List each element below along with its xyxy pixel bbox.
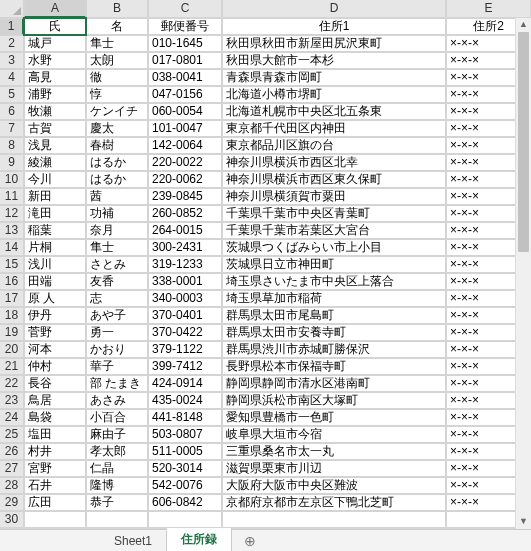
- cell-A13[interactable]: 稲葉: [24, 222, 86, 239]
- cell-D26[interactable]: 三重県桑名市太一丸: [222, 443, 446, 460]
- cell-C14[interactable]: 300-2431: [148, 239, 222, 256]
- select-all-corner[interactable]: [0, 0, 24, 18]
- cell-D2[interactable]: 秋田県秋田市新屋田尻沢東町: [222, 35, 446, 52]
- cell-D16[interactable]: 埼玉県さいたま市中央区上落合: [222, 273, 446, 290]
- scroll-down-arrow[interactable]: ▼: [516, 515, 531, 529]
- cell-D3[interactable]: 秋田県大館市一本杉: [222, 52, 446, 69]
- tab-active[interactable]: 住所録: [167, 528, 232, 551]
- cell-A27[interactable]: 宮野: [24, 460, 86, 477]
- cell-C15[interactable]: 319-1233: [148, 256, 222, 273]
- cell-B20[interactable]: かおり: [86, 341, 148, 358]
- cell-D18[interactable]: 群馬県太田市尾島町: [222, 307, 446, 324]
- cell-B25[interactable]: 麻由子: [86, 426, 148, 443]
- cell-C28[interactable]: 542-0076: [148, 477, 222, 494]
- row-header-23[interactable]: 23: [0, 392, 24, 409]
- row-header-4[interactable]: 4: [0, 69, 24, 86]
- col-header-E[interactable]: E: [446, 0, 531, 18]
- cell-A7[interactable]: 古賀: [24, 120, 86, 137]
- cell-D22[interactable]: 静岡県静岡市清水区港南町: [222, 375, 446, 392]
- cell-A12[interactable]: 滝田: [24, 205, 86, 222]
- header-cell-C[interactable]: 郵便番号: [148, 18, 222, 35]
- cell-D30[interactable]: [222, 511, 446, 528]
- cell-A8[interactable]: 浅見: [24, 137, 86, 154]
- cell-D7[interactable]: 東京都千代田区内神田: [222, 120, 446, 137]
- row-header-21[interactable]: 21: [0, 358, 24, 375]
- cell-A14[interactable]: 片桐: [24, 239, 86, 256]
- cell-B5[interactable]: 惇: [86, 86, 148, 103]
- cell-A4[interactable]: 高見: [24, 69, 86, 86]
- cell-C29[interactable]: 606-0842: [148, 494, 222, 511]
- scroll-thumb[interactable]: [518, 32, 529, 252]
- row-header-29[interactable]: 29: [0, 494, 24, 511]
- row-header-22[interactable]: 22: [0, 375, 24, 392]
- cell-D25[interactable]: 岐阜県大垣市今宿: [222, 426, 446, 443]
- row-header-24[interactable]: 24: [0, 409, 24, 426]
- cell-A16[interactable]: 田端: [24, 273, 86, 290]
- cell-C10[interactable]: 220-0062: [148, 171, 222, 188]
- cell-B14[interactable]: 隼士: [86, 239, 148, 256]
- cell-B3[interactable]: 太朗: [86, 52, 148, 69]
- cell-B15[interactable]: さとみ: [86, 256, 148, 273]
- cell-D20[interactable]: 群馬県渋川市赤城町勝保沢: [222, 341, 446, 358]
- row-header-16[interactable]: 16: [0, 273, 24, 290]
- cell-B17[interactable]: 志: [86, 290, 148, 307]
- cell-D28[interactable]: 大阪府大阪市中央区難波: [222, 477, 446, 494]
- row-header-11[interactable]: 11: [0, 188, 24, 205]
- cell-D19[interactable]: 群馬県太田市安養寺町: [222, 324, 446, 341]
- cell-B9[interactable]: はるか: [86, 154, 148, 171]
- cell-A11[interactable]: 新田: [24, 188, 86, 205]
- row-header-30[interactable]: 30: [0, 511, 24, 528]
- cell-B21[interactable]: 華子: [86, 358, 148, 375]
- row-header-20[interactable]: 20: [0, 341, 24, 358]
- cell-B28[interactable]: 隆博: [86, 477, 148, 494]
- col-header-C[interactable]: C: [148, 0, 222, 18]
- cell-A15[interactable]: 浅川: [24, 256, 86, 273]
- cell-A18[interactable]: 伊丹: [24, 307, 86, 324]
- cell-D10[interactable]: 神奈川県横浜市西区東久保町: [222, 171, 446, 188]
- cell-B12[interactable]: 功補: [86, 205, 148, 222]
- cell-B2[interactable]: 隼士: [86, 35, 148, 52]
- cell-A10[interactable]: 今川: [24, 171, 86, 188]
- cell-A17[interactable]: 原 人: [24, 290, 86, 307]
- cell-A23[interactable]: 鳥居: [24, 392, 86, 409]
- row-header-6[interactable]: 6: [0, 103, 24, 120]
- cell-A3[interactable]: 水野: [24, 52, 86, 69]
- cell-D15[interactable]: 茨城県日立市神田町: [222, 256, 446, 273]
- cell-D9[interactable]: 神奈川県横浜市西区北幸: [222, 154, 446, 171]
- tab-sheet1[interactable]: Sheet1: [100, 531, 167, 551]
- row-header-17[interactable]: 17: [0, 290, 24, 307]
- cell-D29[interactable]: 京都府京都市左京区下鴨北芝町: [222, 494, 446, 511]
- cell-A2[interactable]: 城戸: [24, 35, 86, 52]
- cell-B19[interactable]: 勇一: [86, 324, 148, 341]
- cell-C3[interactable]: 017-0801: [148, 52, 222, 69]
- cell-B18[interactable]: あや子: [86, 307, 148, 324]
- cell-C22[interactable]: 424-0914: [148, 375, 222, 392]
- cell-C25[interactable]: 503-0807: [148, 426, 222, 443]
- cell-A26[interactable]: 村井: [24, 443, 86, 460]
- cell-C21[interactable]: 399-7412: [148, 358, 222, 375]
- cell-D14[interactable]: 茨城県つくばみらい市上小目: [222, 239, 446, 256]
- cell-A19[interactable]: 菅野: [24, 324, 86, 341]
- row-header-9[interactable]: 9: [0, 154, 24, 171]
- cell-C20[interactable]: 379-1122: [148, 341, 222, 358]
- cell-A22[interactable]: 長谷: [24, 375, 86, 392]
- vertical-scrollbar[interactable]: ▲ ▼: [515, 18, 531, 529]
- cell-C30[interactable]: [148, 511, 222, 528]
- cell-B6[interactable]: ケンイチ: [86, 103, 148, 120]
- cell-D23[interactable]: 静岡県浜松市南区大塚町: [222, 392, 446, 409]
- cell-C23[interactable]: 435-0024: [148, 392, 222, 409]
- cell-C8[interactable]: 142-0064: [148, 137, 222, 154]
- cell-C6[interactable]: 060-0054: [148, 103, 222, 120]
- cell-C2[interactable]: 010-1645: [148, 35, 222, 52]
- cell-B26[interactable]: 孝太郎: [86, 443, 148, 460]
- cell-B23[interactable]: あさみ: [86, 392, 148, 409]
- cell-B24[interactable]: 小百合: [86, 409, 148, 426]
- add-sheet-button[interactable]: ⊕: [232, 533, 268, 549]
- cell-B16[interactable]: 友香: [86, 273, 148, 290]
- cell-A30[interactable]: [24, 511, 86, 528]
- cell-C18[interactable]: 370-0401: [148, 307, 222, 324]
- header-cell-B[interactable]: 名: [86, 18, 148, 35]
- cell-D13[interactable]: 千葉県千葉市若葉区大宮台: [222, 222, 446, 239]
- row-header-7[interactable]: 7: [0, 120, 24, 137]
- scroll-up-arrow[interactable]: ▲: [516, 18, 531, 32]
